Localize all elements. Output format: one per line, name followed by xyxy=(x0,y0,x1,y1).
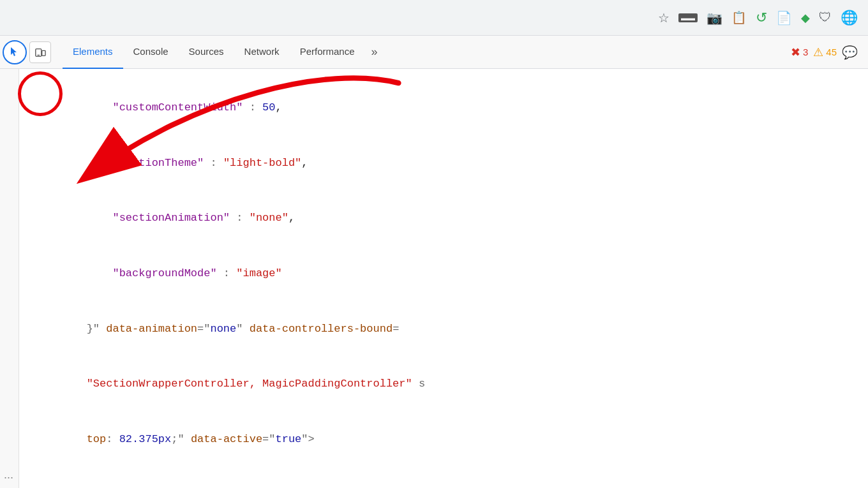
clipboard-icon[interactable]: 📄 xyxy=(776,10,792,26)
browser-toolbar: ☆ ▬▬ 📷 📋 ↺ 📄 ◆ 🛡 🌐 xyxy=(0,0,868,36)
doc-icon[interactable]: 📋 xyxy=(731,10,747,25)
code-line: "SectionWrapperController, MagicPaddingC… xyxy=(34,357,853,412)
code-colon: : xyxy=(243,101,262,114)
code-line: <div class="section-background"> xyxy=(34,468,853,488)
devtools-content: ... "customContentWidth" : 50, "sectionT… xyxy=(0,69,868,488)
warn-count: 45 xyxy=(826,47,837,57)
left-gutter: ... xyxy=(0,69,19,488)
tab-performance[interactable]: Performance xyxy=(290,36,365,69)
code-indent xyxy=(87,101,113,114)
code-line: top: 82.375px;" data-active="true"> xyxy=(34,412,853,468)
code-line: "backgroundMode" : "image" xyxy=(34,246,853,302)
tab-network[interactable]: Network xyxy=(234,36,290,69)
device-toolbar-button[interactable] xyxy=(29,41,51,63)
shield-icon[interactable]: 🛡 xyxy=(819,10,832,25)
chat-icon: 💬 xyxy=(842,45,858,60)
devtools-errors: ✖ 3 ⚠ 45 💬 xyxy=(791,45,865,60)
warn-icon: ⚠ xyxy=(813,45,823,59)
chat-badge[interactable]: 💬 xyxy=(842,45,858,60)
error-icon: ✖ xyxy=(791,45,800,59)
refresh-icon[interactable]: ↺ xyxy=(756,10,767,26)
code-line: "customContentWidth" : 50, xyxy=(34,80,853,136)
code-area[interactable]: "customContentWidth" : 50, "sectionTheme… xyxy=(19,69,868,488)
code-key: "customContentWidth" xyxy=(112,101,243,114)
tab-console[interactable]: Console xyxy=(123,36,179,69)
devtools-panel: Elements Console Sources Network Perform… xyxy=(0,36,868,488)
devtools-tools-group xyxy=(3,40,56,64)
warning-badge[interactable]: ⚠ 45 xyxy=(813,45,837,59)
profile-icon[interactable]: 🌐 xyxy=(841,10,858,26)
inspect-element-button[interactable] xyxy=(3,40,27,64)
more-tabs-button[interactable]: » xyxy=(365,36,384,69)
tab-sources[interactable]: Sources xyxy=(179,36,234,69)
browser-icons: ☆ ▬▬ 📷 📋 ↺ 📄 ◆ 🛡 🌐 xyxy=(658,10,858,26)
error-count: 3 xyxy=(803,47,808,57)
star-icon[interactable]: ☆ xyxy=(658,10,670,26)
puzzle-icon[interactable]: ◆ xyxy=(801,11,810,25)
gutter-dots: ... xyxy=(0,468,19,488)
code-comma: , xyxy=(276,101,282,114)
extension-icon[interactable]: ▬▬ xyxy=(678,13,698,22)
code-line: "sectionAnimation" : "none", xyxy=(34,191,853,246)
error-badge[interactable]: ✖ 3 xyxy=(791,45,808,59)
code-value: 50 xyxy=(262,101,275,114)
devtools-tabbar: Elements Console Sources Network Perform… xyxy=(0,36,868,69)
tab-elements[interactable]: Elements xyxy=(63,36,123,69)
svg-rect-1 xyxy=(42,50,45,55)
code-line: "sectionTheme" : "light-bold", xyxy=(34,136,853,191)
code-line: }" data-animation="none" data-controller… xyxy=(34,302,853,357)
camera-icon[interactable]: 📷 xyxy=(707,10,722,26)
